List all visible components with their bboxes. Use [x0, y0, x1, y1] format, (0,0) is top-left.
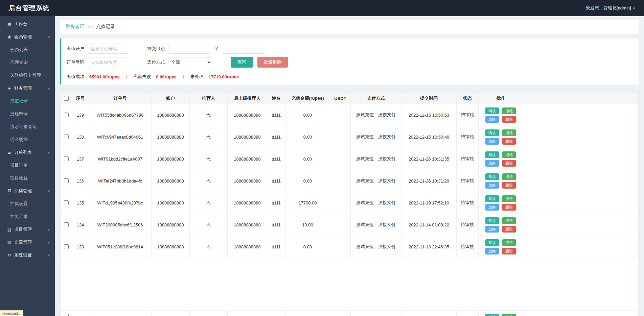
cell-order: WIT91bdd2cffe1a4007: [89, 148, 152, 170]
cell-top_referrer: 18888888888: [228, 104, 267, 126]
recharge-table: 序号订单号账户推荐人最上级推荐人姓名充值金额(rupee)USDT支付方式提交时…: [60, 93, 639, 316]
confirm-button[interactable]: 确认: [485, 173, 499, 180]
col-amount: 充值金额(rupee): [285, 93, 330, 104]
user-menu[interactable]: 欢迎您，管理员[admin] ∨: [586, 5, 635, 11]
ignore-button[interactable]: 忽略: [485, 160, 499, 167]
sidebar-item-8[interactable]: 流水记录查询: [0, 120, 55, 133]
cell-amount: [285, 311, 330, 316]
ignore-button[interactable]: 忽略: [485, 182, 499, 189]
sidebar-item-14[interactable]: 抽奖设置: [0, 197, 55, 210]
sidebar-item-10[interactable]: ☰订单列表∨: [0, 146, 55, 159]
article-icon: ▥: [7, 240, 12, 245]
delete-button[interactable]: 删除: [502, 182, 516, 189]
ignore-button[interactable]: 忽略: [485, 116, 499, 123]
sidebar-item-5[interactable]: ◈财务管理∧: [0, 82, 55, 95]
cell-name: tt111: [267, 170, 285, 192]
ignore-button[interactable]: 忽略: [485, 248, 499, 254]
sidebar-item-label: 抽奖设置: [10, 201, 28, 207]
sidebar-item-18[interactable]: ⚙系统设置∨: [0, 249, 55, 262]
row-action-buttons: 确认拒绝忽略删除: [485, 151, 516, 167]
select-all-checkbox[interactable]: [64, 96, 69, 101]
search-button[interactable]: 查询: [231, 57, 253, 68]
batch-delete-button[interactable]: 批量删除: [257, 57, 288, 68]
sidebar-item-13[interactable]: ⚄抽奖管理∨: [0, 185, 55, 197]
account-input[interactable]: [88, 44, 128, 54]
cell-time: 2022-11-13 22:46:35: [401, 236, 457, 258]
row-checkbox[interactable]: [64, 314, 69, 316]
confirm-button[interactable]: 确认: [485, 107, 499, 114]
sidebar-item-label: 抽奖管理: [14, 188, 32, 194]
confirm-button[interactable]: 确认: [485, 195, 499, 202]
sidebar-item-2[interactable]: 会员列表: [0, 43, 55, 56]
sidebar-item-label: 工作台: [14, 21, 27, 27]
cell-status: 待审核: [457, 214, 479, 236]
row-checkbox[interactable]: [64, 156, 69, 161]
breadcrumb-section-link[interactable]: 财务管理: [66, 24, 85, 30]
recharge-summary: 充值成功： 65901.00rupee ｜ 充值失败： 0.00rupee ｜ …: [67, 72, 633, 82]
row-select-cell: [61, 192, 72, 214]
sidebar-item-label: 项目收益: [10, 175, 28, 181]
sidebar-item-15[interactable]: 抽奖记录: [0, 210, 55, 223]
ignore-button[interactable]: 忽略: [485, 138, 499, 145]
delete-button[interactable]: 删除: [502, 116, 516, 123]
sidebar-item-label: 抽奖记录: [10, 214, 28, 220]
sidebar-item-9[interactable]: 佣金明细: [0, 133, 55, 146]
filter-row-2: 订单号码 支付方式 全部 查询 批量删除: [67, 57, 633, 68]
row-checkbox[interactable]: [64, 135, 69, 139]
summary-success-value: 65901.00rupee: [89, 74, 120, 79]
sidebar-item-11[interactable]: 项目订单: [0, 159, 55, 172]
cell-name: [267, 311, 285, 316]
pay-method-select[interactable]: 全部: [168, 57, 212, 67]
cell-actions: 确认拒绝忽略删除: [479, 126, 638, 148]
cell-name: tt111: [267, 126, 285, 148]
reject-button[interactable]: 拒绝: [502, 239, 516, 246]
confirm-button[interactable]: 确认: [485, 314, 499, 316]
sidebar-item-label: 代理查询: [10, 59, 28, 66]
col-status: 状态: [457, 93, 479, 104]
confirm-button[interactable]: 确认: [485, 129, 499, 136]
reject-button[interactable]: 拒绝: [502, 217, 516, 224]
delete-button[interactable]: 删除: [502, 204, 516, 211]
sidebar-item-4[interactable]: 关联银行卡管理: [0, 69, 55, 82]
sidebar: ▦工作台◉会员管理∨会员列表代理查询关联银行卡管理◈财务管理∧充值记录提现申请流…: [0, 16, 55, 316]
row-checkbox[interactable]: [64, 244, 69, 249]
order-no-input[interactable]: [88, 57, 128, 67]
delete-button[interactable]: 删除: [502, 138, 516, 145]
confirm-button[interactable]: 确认: [485, 217, 499, 224]
row-checkbox[interactable]: [64, 178, 69, 183]
summary-success-label: 充值成功：: [67, 74, 89, 80]
confirm-button[interactable]: 确认: [485, 239, 499, 246]
row-checkbox[interactable]: [64, 200, 69, 205]
sidebar-item-6[interactable]: 充值记录: [0, 95, 55, 107]
col-pay-method: 支付方式: [351, 93, 401, 104]
reject-button[interactable]: 拒绝: [502, 195, 516, 202]
sidebar-item-label: 会员管理: [14, 34, 32, 40]
sidebar-item-1[interactable]: ◉会员管理∨: [0, 30, 55, 43]
row-action-buttons: 确认拒绝忽略删除: [485, 195, 516, 211]
reject-button[interactable]: 拒绝: [502, 314, 516, 316]
row-checkbox[interactable]: [64, 222, 69, 227]
reject-button[interactable]: 拒绝: [502, 173, 516, 180]
sidebar-item-16[interactable]: ▤项目管理∨: [0, 223, 55, 236]
sidebar-item-3[interactable]: 代理查询: [0, 56, 55, 69]
delete-button[interactable]: 删除: [502, 248, 516, 254]
date-to-input[interactable]: [223, 44, 265, 54]
reject-button[interactable]: 拒绝: [502, 107, 516, 114]
ignore-button[interactable]: 忽略: [485, 226, 499, 233]
sidebar-item-0[interactable]: ▦工作台: [0, 18, 55, 30]
row-action-buttons: 确认拒绝忽略删除: [485, 107, 516, 123]
reject-button[interactable]: 拒绝: [502, 151, 516, 158]
cell-usdt: [330, 104, 351, 126]
sidebar-item-17[interactable]: ▥文章管理∨: [0, 236, 55, 249]
status-tooltip: javascript:;: [0, 310, 23, 316]
reject-button[interactable]: 拒绝: [502, 129, 516, 136]
confirm-button[interactable]: 确认: [485, 151, 499, 158]
row-checkbox[interactable]: [64, 113, 69, 117]
sidebar-item-7[interactable]: 提现申请: [0, 107, 55, 120]
date-from-input[interactable]: [168, 44, 210, 54]
delete-button[interactable]: 删除: [502, 226, 516, 233]
ignore-button[interactable]: 忽略: [485, 204, 499, 211]
sidebar-item-12[interactable]: 项目收益: [0, 172, 55, 185]
delete-button[interactable]: 删除: [502, 160, 516, 167]
cell-top_referrer: 18888888888: [228, 192, 267, 214]
